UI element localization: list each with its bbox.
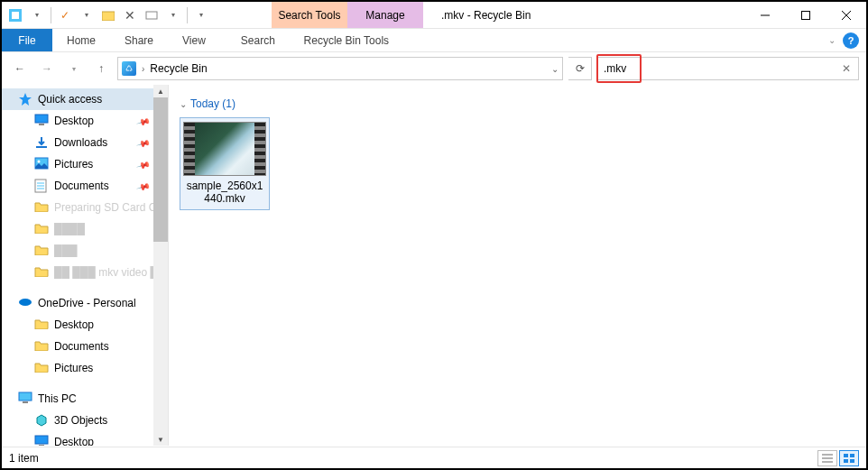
title-bar: ▾ ✓ ▾ ✕ ▾ ▾ Search Tools Manage .mkv - R… [2,2,866,29]
scrollbar-thumb[interactable] [153,97,168,242]
search-input[interactable] [598,62,835,75]
sidebar-item[interactable]: Desktop [2,431,154,446]
context-tab-search-tools: Search Tools [272,2,347,28]
contextual-tabs: Search Tools Manage [272,2,423,28]
help-icon[interactable]: ? [843,32,859,49]
status-bar: 1 item [2,447,866,468]
properties-icon[interactable]: ✓ [55,5,75,25]
tab-home[interactable]: Home [52,29,110,51]
sidebar-item[interactable]: ██ ███ mkv video ██ [2,262,154,283]
sidebar-item-label: ███ [54,244,78,257]
tab-share[interactable]: Share [110,29,168,51]
folder-icon [34,244,49,258]
scroll-down-icon[interactable]: ▼ [153,433,168,446]
sidebar-item[interactable]: Preparing SD Card Check [2,197,154,218]
sidebar-item-label: Pictures [54,362,93,374]
group-header[interactable]: ⌄ Today (1) [180,97,855,110]
qat-dropdown-3[interactable]: ▾ [163,5,183,25]
close-button[interactable] [826,2,866,28]
qat-dropdown-1[interactable]: ▾ [27,5,47,25]
svg-rect-2 [102,12,115,21]
chevron-down-icon: ⌄ [180,99,187,109]
svg-rect-22 [39,445,44,446]
main-area: Quick access Desktop📌Downloads📌Pictures📌… [2,85,866,446]
folder-icon [34,222,49,236]
sidebar-item[interactable]: Desktop [2,314,154,336]
delete-icon[interactable]: ✕ [120,5,140,25]
pin-icon: 📌 [136,157,151,171]
refresh-button[interactable]: ⟳ [568,57,592,80]
sidebar-this-pc[interactable]: This PC [2,388,154,410]
sidebar-item[interactable]: Pictures📌 [2,153,154,175]
navigation-pane: Quick access Desktop📌Downloads📌Pictures📌… [2,85,169,446]
details-view-button[interactable] [817,450,837,466]
file-name-label: sample_2560x1440.mkv [184,180,265,206]
up-button[interactable]: ↑ [90,58,112,79]
app-icon[interactable] [5,5,25,25]
sidebar-item[interactable]: ████ [2,218,154,240]
sidebar-quick-access[interactable]: Quick access [2,88,154,110]
desktop-icon [34,435,49,446]
svg-rect-28 [844,459,848,463]
sidebar-item-label: ██ ███ mkv video ██ [54,266,154,279]
sidebar-onedrive[interactable]: OneDrive - Personal [2,292,154,314]
qat-customize-icon[interactable]: ▾ [191,5,211,25]
maximize-button[interactable] [785,2,826,28]
sidebar-item[interactable]: 3D Objects [2,410,154,431]
large-icons-view-button[interactable] [839,450,859,466]
pin-icon: 📌 [136,114,151,128]
file-tab[interactable]: File [2,29,52,51]
tab-recycle-bin-tools[interactable]: Recycle Bin Tools [296,29,397,51]
tab-view[interactable]: View [168,29,220,51]
svg-rect-26 [844,454,848,457]
folder-icon [34,339,49,354]
forward-button[interactable]: → [36,58,58,79]
svg-rect-3 [146,12,157,19]
address-dropdown-icon[interactable]: ⌄ [551,64,559,74]
sidebar-item[interactable]: Desktop📌 [2,110,154,132]
scroll-up-icon[interactable]: ▲ [153,85,168,97]
pictures-icon [34,157,49,171]
svg-marker-8 [19,93,32,106]
clear-search-icon[interactable]: ✕ [835,62,858,75]
address-bar[interactable]: ♺ › Recycle Bin ⌄ [117,57,563,80]
svg-rect-9 [35,115,48,123]
sidebar-item[interactable]: ███ [2,240,154,262]
window-title: .mkv - Recycle Bin [423,2,744,28]
sidebar-item-label: Documents [54,180,109,192]
tab-search[interactable]: Search [220,29,296,51]
sidebar-item[interactable]: Pictures [2,357,154,379]
qat-dropdown-2[interactable]: ▾ [77,5,97,25]
sidebar-item[interactable]: Downloads📌 [2,132,154,153]
svg-rect-19 [19,392,32,401]
folder-icon [34,265,49,280]
search-box[interactable]: ✕ [597,57,859,80]
sidebar-item-label: Pictures [54,158,93,170]
content-pane: ⌄ Today (1) sample_2560x1440.mkv [169,85,866,446]
video-thumbnail [183,122,266,176]
file-item[interactable]: sample_2560x1440.mkv [180,117,270,210]
ribbon-collapse-icon[interactable]: ⌄ [828,35,836,45]
svg-point-13 [38,161,41,163]
pc-icon [18,392,32,406]
back-button[interactable]: ← [9,58,31,79]
new-folder-icon[interactable] [98,5,118,25]
sidebar-label: Quick access [38,93,102,106]
minimize-button[interactable] [744,2,785,28]
documents-icon [34,179,49,193]
status-text: 1 item [9,452,39,465]
svg-rect-11 [36,146,47,148]
svg-rect-5 [801,11,809,19]
sidebar-item[interactable]: Documents [2,336,154,357]
sidebar-label: This PC [38,392,77,405]
recent-locations-button[interactable]: ▾ [63,58,85,79]
rename-icon[interactable] [142,5,162,25]
svg-rect-10 [39,124,44,125]
sidebar-item-label: Desktop [54,318,94,331]
sidebar-item[interactable]: Documents📌 [2,175,154,197]
sidebar-item-label: Desktop [54,436,94,446]
ribbon-tabs: File Home Share View Search Recycle Bin … [2,29,866,52]
recycle-bin-icon: ♺ [122,61,136,76]
sidebar-item-label: 3D Objects [54,414,107,427]
sidebar-scrollbar[interactable]: ▲ ▼ [153,85,168,446]
